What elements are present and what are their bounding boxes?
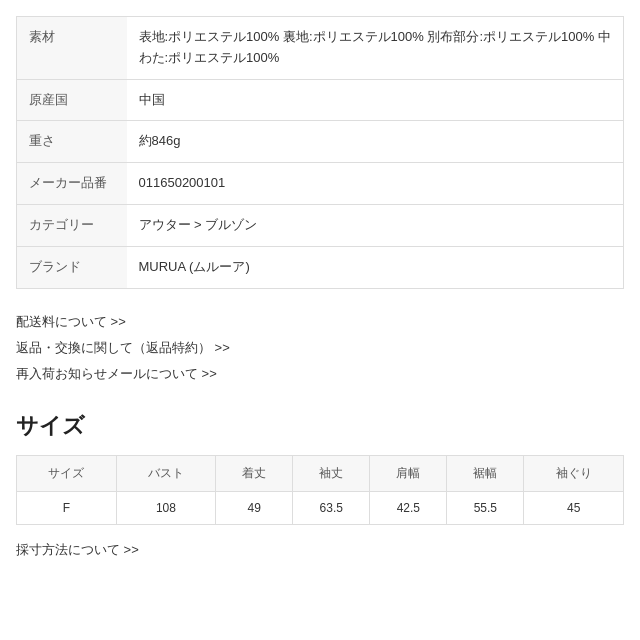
size-row-0: F1084963.542.555.545	[17, 491, 624, 524]
details-label-1: 原産国	[17, 79, 127, 121]
details-row-0: 素材表地:ポリエステル100% 裏地:ポリエステル100% 別布部分:ポリエステ…	[17, 17, 624, 80]
details-row-5: ブランドMURUA (ムルーア)	[17, 246, 624, 288]
size-cell-0-0: F	[17, 491, 117, 524]
details-value-2: 約846g	[127, 121, 624, 163]
details-row-1: 原産国中国	[17, 79, 624, 121]
size-cell-0-5: 55.5	[447, 491, 524, 524]
links-section: 配送料について >>返品・交換に関して（返品特約） >>再入荷お知らせメールにつ…	[16, 309, 624, 387]
size-header-row: サイズバスト着丈袖丈肩幅裾幅袖ぐり	[17, 455, 624, 491]
size-section-title: サイズ	[16, 411, 624, 441]
details-value-0: 表地:ポリエステル100% 裏地:ポリエステル100% 別布部分:ポリエステル1…	[127, 17, 624, 80]
product-details-table: 素材表地:ポリエステル100% 裏地:ポリエステル100% 別布部分:ポリエステ…	[16, 16, 624, 289]
size-header-1: バスト	[116, 455, 216, 491]
restock-link[interactable]: 再入荷お知らせメールについて >>	[16, 361, 624, 387]
shipping-link[interactable]: 配送料について >>	[16, 309, 624, 335]
details-row-2: 重さ約846g	[17, 121, 624, 163]
details-value-3: 011650200101	[127, 163, 624, 205]
size-header-2: 着丈	[216, 455, 293, 491]
size-section: サイズ サイズバスト着丈袖丈肩幅裾幅袖ぐり F1084963.542.555.5…	[16, 411, 624, 559]
size-cell-0-4: 42.5	[370, 491, 447, 524]
return-link[interactable]: 返品・交換に関して（返品特約） >>	[16, 335, 624, 361]
size-header-0: サイズ	[17, 455, 117, 491]
details-label-0: 素材	[17, 17, 127, 80]
size-cell-0-3: 63.5	[293, 491, 370, 524]
details-label-4: カテゴリー	[17, 204, 127, 246]
measurement-link[interactable]: 採寸方法について >>	[16, 542, 139, 557]
details-value-5: MURUA (ムルーア)	[127, 246, 624, 288]
size-header-3: 袖丈	[293, 455, 370, 491]
details-value-4: アウター > ブルゾン	[127, 204, 624, 246]
details-value-1: 中国	[127, 79, 624, 121]
details-label-3: メーカー品番	[17, 163, 127, 205]
details-row-3: メーカー品番011650200101	[17, 163, 624, 205]
size-header-5: 裾幅	[447, 455, 524, 491]
size-cell-0-1: 108	[116, 491, 216, 524]
details-row-4: カテゴリーアウター > ブルゾン	[17, 204, 624, 246]
size-header-6: 袖ぐり	[524, 455, 624, 491]
details-label-2: 重さ	[17, 121, 127, 163]
details-label-5: ブランド	[17, 246, 127, 288]
page-container: 素材表地:ポリエステル100% 裏地:ポリエステル100% 別布部分:ポリエステ…	[0, 0, 640, 640]
size-cell-0-6: 45	[524, 491, 624, 524]
size-table: サイズバスト着丈袖丈肩幅裾幅袖ぐり F1084963.542.555.545	[16, 455, 624, 525]
size-header-4: 肩幅	[370, 455, 447, 491]
size-cell-0-2: 49	[216, 491, 293, 524]
